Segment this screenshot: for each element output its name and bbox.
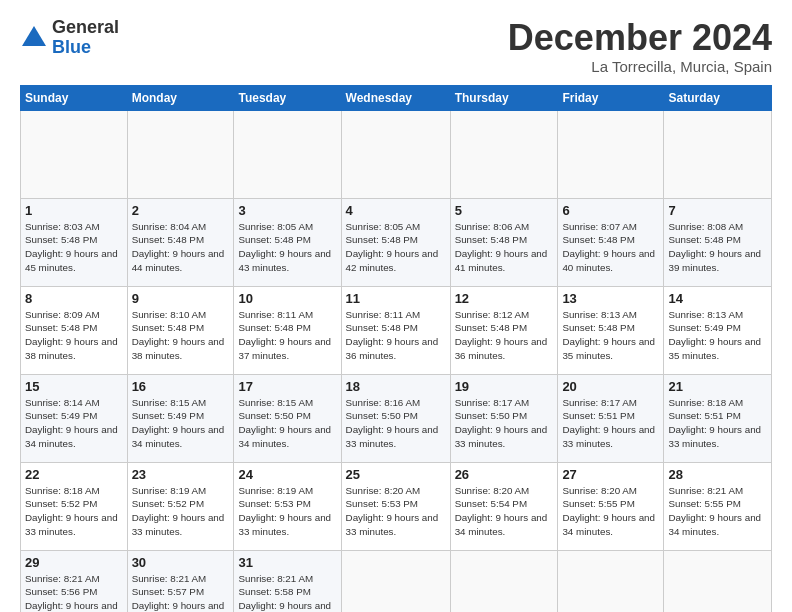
day-header-row: Sunday Monday Tuesday Wednesday Thursday…: [21, 85, 772, 110]
calendar-cell: 4Sunrise: 8:05 AMSunset: 5:48 PMDaylight…: [341, 198, 450, 286]
calendar-cell: [21, 110, 128, 198]
calendar-cell: 12Sunrise: 8:12 AMSunset: 5:48 PMDayligh…: [450, 286, 558, 374]
day-number: 11: [346, 291, 446, 306]
calendar-cell: 25Sunrise: 8:20 AMSunset: 5:53 PMDayligh…: [341, 462, 450, 550]
day-info: Sunrise: 8:20 AMSunset: 5:55 PMDaylight:…: [562, 484, 659, 539]
header-sunday: Sunday: [21, 85, 128, 110]
day-info: Sunrise: 8:17 AMSunset: 5:50 PMDaylight:…: [455, 396, 554, 451]
calendar-cell: 14Sunrise: 8:13 AMSunset: 5:49 PMDayligh…: [664, 286, 772, 374]
day-number: 20: [562, 379, 659, 394]
day-number: 9: [132, 291, 230, 306]
day-info: Sunrise: 8:10 AMSunset: 5:48 PMDaylight:…: [132, 308, 230, 363]
day-info: Sunrise: 8:21 AMSunset: 5:55 PMDaylight:…: [668, 484, 767, 539]
calendar-cell: [558, 550, 664, 612]
day-number: 13: [562, 291, 659, 306]
header-monday: Monday: [127, 85, 234, 110]
day-info: Sunrise: 8:18 AMSunset: 5:52 PMDaylight:…: [25, 484, 123, 539]
day-info: Sunrise: 8:15 AMSunset: 5:49 PMDaylight:…: [132, 396, 230, 451]
day-info: Sunrise: 8:09 AMSunset: 5:48 PMDaylight:…: [25, 308, 123, 363]
month-title: December 2024: [508, 18, 772, 58]
page: General Blue December 2024 La Torrecilla…: [0, 0, 792, 612]
day-number: 21: [668, 379, 767, 394]
day-info: Sunrise: 8:12 AMSunset: 5:48 PMDaylight:…: [455, 308, 554, 363]
day-number: 18: [346, 379, 446, 394]
day-info: Sunrise: 8:07 AMSunset: 5:48 PMDaylight:…: [562, 220, 659, 275]
calendar-cell: 19Sunrise: 8:17 AMSunset: 5:50 PMDayligh…: [450, 374, 558, 462]
day-info: Sunrise: 8:14 AMSunset: 5:49 PMDaylight:…: [25, 396, 123, 451]
calendar-cell: 5Sunrise: 8:06 AMSunset: 5:48 PMDaylight…: [450, 198, 558, 286]
header-friday: Friday: [558, 85, 664, 110]
day-number: 19: [455, 379, 554, 394]
day-number: 6: [562, 203, 659, 218]
day-info: Sunrise: 8:06 AMSunset: 5:48 PMDaylight:…: [455, 220, 554, 275]
day-info: Sunrise: 8:18 AMSunset: 5:51 PMDaylight:…: [668, 396, 767, 451]
calendar-cell: [664, 110, 772, 198]
calendar-body: 1Sunrise: 8:03 AMSunset: 5:48 PMDaylight…: [21, 110, 772, 612]
calendar-cell: 1Sunrise: 8:03 AMSunset: 5:48 PMDaylight…: [21, 198, 128, 286]
calendar-header: Sunday Monday Tuesday Wednesday Thursday…: [21, 85, 772, 110]
svg-rect-1: [30, 38, 38, 46]
calendar-cell: 6Sunrise: 8:07 AMSunset: 5:48 PMDaylight…: [558, 198, 664, 286]
calendar-cell: 9Sunrise: 8:10 AMSunset: 5:48 PMDaylight…: [127, 286, 234, 374]
calendar-cell: 18Sunrise: 8:16 AMSunset: 5:50 PMDayligh…: [341, 374, 450, 462]
calendar-cell: [450, 550, 558, 612]
logo-icon: [20, 24, 48, 52]
calendar-week-5: 29Sunrise: 8:21 AMSunset: 5:56 PMDayligh…: [21, 550, 772, 612]
header-tuesday: Tuesday: [234, 85, 341, 110]
day-number: 2: [132, 203, 230, 218]
calendar-cell: [558, 110, 664, 198]
calendar-cell: [234, 110, 341, 198]
calendar-cell: 11Sunrise: 8:11 AMSunset: 5:48 PMDayligh…: [341, 286, 450, 374]
day-info: Sunrise: 8:11 AMSunset: 5:48 PMDaylight:…: [238, 308, 336, 363]
calendar-week-4: 22Sunrise: 8:18 AMSunset: 5:52 PMDayligh…: [21, 462, 772, 550]
logo: General Blue: [20, 18, 119, 58]
calendar-cell: 21Sunrise: 8:18 AMSunset: 5:51 PMDayligh…: [664, 374, 772, 462]
calendar-cell: 3Sunrise: 8:05 AMSunset: 5:48 PMDaylight…: [234, 198, 341, 286]
calendar-cell: 23Sunrise: 8:19 AMSunset: 5:52 PMDayligh…: [127, 462, 234, 550]
day-info: Sunrise: 8:21 AMSunset: 5:56 PMDaylight:…: [25, 572, 123, 612]
day-info: Sunrise: 8:17 AMSunset: 5:51 PMDaylight:…: [562, 396, 659, 451]
calendar-cell: 24Sunrise: 8:19 AMSunset: 5:53 PMDayligh…: [234, 462, 341, 550]
calendar-cell: 20Sunrise: 8:17 AMSunset: 5:51 PMDayligh…: [558, 374, 664, 462]
day-number: 12: [455, 291, 554, 306]
location: La Torrecilla, Murcia, Spain: [508, 58, 772, 75]
calendar-cell: 2Sunrise: 8:04 AMSunset: 5:48 PMDaylight…: [127, 198, 234, 286]
calendar-week-3: 15Sunrise: 8:14 AMSunset: 5:49 PMDayligh…: [21, 374, 772, 462]
day-info: Sunrise: 8:03 AMSunset: 5:48 PMDaylight:…: [25, 220, 123, 275]
calendar-cell: [450, 110, 558, 198]
logo-text: General Blue: [52, 18, 119, 58]
day-number: 27: [562, 467, 659, 482]
day-number: 31: [238, 555, 336, 570]
day-info: Sunrise: 8:11 AMSunset: 5:48 PMDaylight:…: [346, 308, 446, 363]
calendar-cell: 28Sunrise: 8:21 AMSunset: 5:55 PMDayligh…: [664, 462, 772, 550]
calendar-cell: 29Sunrise: 8:21 AMSunset: 5:56 PMDayligh…: [21, 550, 128, 612]
calendar-cell: 16Sunrise: 8:15 AMSunset: 5:49 PMDayligh…: [127, 374, 234, 462]
calendar-cell: 17Sunrise: 8:15 AMSunset: 5:50 PMDayligh…: [234, 374, 341, 462]
day-info: Sunrise: 8:15 AMSunset: 5:50 PMDaylight:…: [238, 396, 336, 451]
day-number: 17: [238, 379, 336, 394]
day-info: Sunrise: 8:21 AMSunset: 5:58 PMDaylight:…: [238, 572, 336, 612]
header: General Blue December 2024 La Torrecilla…: [20, 18, 772, 75]
header-wednesday: Wednesday: [341, 85, 450, 110]
day-number: 14: [668, 291, 767, 306]
calendar-cell: 26Sunrise: 8:20 AMSunset: 5:54 PMDayligh…: [450, 462, 558, 550]
day-number: 5: [455, 203, 554, 218]
day-number: 16: [132, 379, 230, 394]
day-info: Sunrise: 8:20 AMSunset: 5:54 PMDaylight:…: [455, 484, 554, 539]
day-number: 25: [346, 467, 446, 482]
day-number: 24: [238, 467, 336, 482]
calendar-week-1: 1Sunrise: 8:03 AMSunset: 5:48 PMDaylight…: [21, 198, 772, 286]
day-number: 8: [25, 291, 123, 306]
day-info: Sunrise: 8:19 AMSunset: 5:52 PMDaylight:…: [132, 484, 230, 539]
day-info: Sunrise: 8:04 AMSunset: 5:48 PMDaylight:…: [132, 220, 230, 275]
calendar-week-0: [21, 110, 772, 198]
day-number: 22: [25, 467, 123, 482]
day-number: 15: [25, 379, 123, 394]
day-number: 1: [25, 203, 123, 218]
day-info: Sunrise: 8:13 AMSunset: 5:49 PMDaylight:…: [668, 308, 767, 363]
calendar-cell: 27Sunrise: 8:20 AMSunset: 5:55 PMDayligh…: [558, 462, 664, 550]
day-number: 3: [238, 203, 336, 218]
day-number: 10: [238, 291, 336, 306]
calendar-cell: 10Sunrise: 8:11 AMSunset: 5:48 PMDayligh…: [234, 286, 341, 374]
header-saturday: Saturday: [664, 85, 772, 110]
